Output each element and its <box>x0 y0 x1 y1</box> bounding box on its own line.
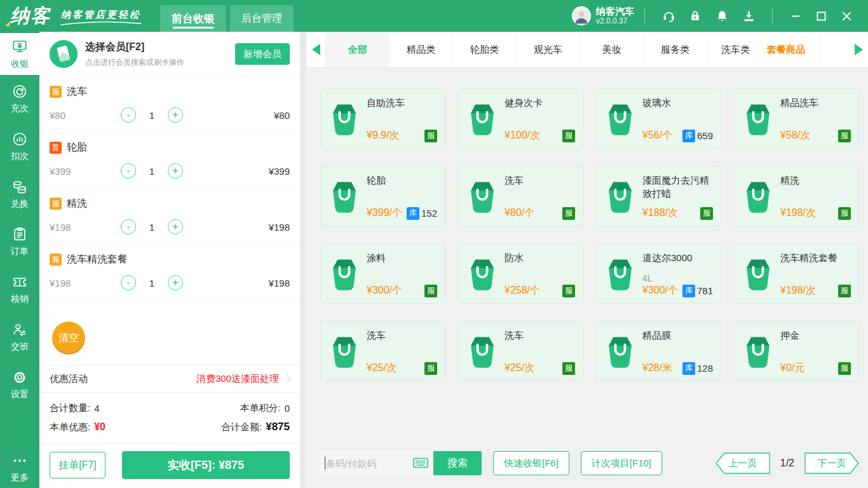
category-tab-美妆[interactable]: 美妆 <box>580 32 643 67</box>
shopping-bag-icon <box>604 102 636 136</box>
pay-row: 挂单[F7] 实收[F5]: ¥875 <box>39 443 300 488</box>
topbar-tab[interactable]: 后台管理 <box>230 5 294 32</box>
hold-order-button[interactable]: 挂单[F7] <box>50 452 105 478</box>
product-card[interactable]: 轮胎 ¥399/个 库 152 <box>320 166 445 226</box>
add-member-button[interactable]: 新增会员 <box>235 43 290 65</box>
maximize-button[interactable] <box>808 0 834 32</box>
divider <box>772 8 773 24</box>
search-button[interactable]: 搜索 <box>433 451 482 475</box>
member-title: 选择会员[F2] <box>85 41 184 54</box>
product-badges: 服 <box>424 285 437 297</box>
product-bottom: ¥300/个 库 781 <box>642 284 713 297</box>
barcode-input[interactable] <box>320 458 412 469</box>
category-tab-洗车类[interactable]: 洗车类 <box>707 32 752 67</box>
category-scroll-left-button[interactable] <box>306 32 325 67</box>
product-card[interactable]: 健身次卡 ¥100/次 服 <box>458 88 583 149</box>
product-card[interactable]: 涂料 ¥300/个 服 <box>320 243 445 304</box>
topbar-tab-label: 前台收银 <box>172 11 215 26</box>
category-tab-观光车[interactable]: 观光车 <box>516 32 580 67</box>
product-card[interactable]: 精洗 ¥198/次 服 <box>734 166 859 226</box>
amount-value: ¥875 <box>266 421 290 433</box>
product-bottom: ¥28/米 库 128 <box>642 362 713 375</box>
quick-cashier-button[interactable]: 快速收银[F6] <box>493 451 569 475</box>
close-button[interactable] <box>834 0 859 32</box>
sidebar-item-订单[interactable]: 订单 <box>0 218 39 266</box>
product-badges: 服 <box>838 130 851 142</box>
quantity-increase-button[interactable]: + <box>168 107 183 123</box>
product-card[interactable]: 玻璃水 ¥56/个 库 659 <box>596 88 721 149</box>
quantity-increase-button[interactable]: + <box>168 275 183 290</box>
product-card[interactable]: 精品膜 ¥28/米 库 128 <box>596 321 721 381</box>
product-body: 健身次卡 ¥100/次 服 <box>505 95 575 142</box>
next-page-button[interactable]: 下一页 <box>804 452 859 474</box>
product-body: 精品洗车 ¥58/次 服 <box>780 95 851 142</box>
recharge-times-icon <box>11 83 28 100</box>
product-card[interactable]: 押金 ¥0/元 服 <box>734 321 859 381</box>
item-line-total: ¥198 <box>269 278 290 288</box>
points-value: 0 <box>285 403 290 414</box>
sidebar-item-交班[interactable]: 交班 <box>0 313 39 361</box>
quantity-decrease-button[interactable]: - <box>121 219 136 234</box>
triangle-left-icon <box>312 44 320 55</box>
sidebar-item-设置[interactable]: 设置 <box>0 361 39 409</box>
checkout-button[interactable]: 实收[F5]: ¥875 <box>122 451 290 479</box>
text-caret <box>325 457 325 470</box>
count-item-button[interactable]: 计次项目[F10] <box>581 451 662 475</box>
product-card[interactable]: 洗车 ¥80/个 服 <box>458 166 583 226</box>
item-quantity: 1 <box>136 278 168 288</box>
product-card[interactable]: 道达尔3000 4L ¥300/个 库 781 <box>596 243 721 304</box>
download-icon[interactable] <box>735 10 762 23</box>
amount-label: 合计金额: <box>221 421 262 433</box>
product-card[interactable]: 漆面魔力去污精致打蜡 ¥188/次 服 <box>596 166 721 226</box>
product-card[interactable]: 洗车 ¥25/次 服 <box>320 321 445 381</box>
category-tab-全部[interactable]: 全部 <box>325 32 389 67</box>
lock-icon[interactable] <box>682 10 709 23</box>
product-name: 轮胎 <box>367 173 437 187</box>
category-tab-精品类[interactable]: 精品类 <box>389 32 452 67</box>
quantity-decrease-button[interactable]: - <box>121 163 136 179</box>
product-card[interactable]: 洗车精洗套餐 ¥198/次 服 <box>734 243 859 304</box>
product-card[interactable]: 洗车 ¥25/次 服 <box>458 321 583 381</box>
sidebar-item-更多[interactable]: 更多 <box>0 447 39 488</box>
category-tab-服务类[interactable]: 服务类 <box>643 32 707 67</box>
sidebar-item-扣次[interactable]: 扣次 <box>0 123 39 170</box>
quantity-increase-button[interactable]: + <box>168 163 183 179</box>
quantity-increase-button[interactable]: + <box>168 219 183 234</box>
minimize-button[interactable] <box>783 0 808 32</box>
product-card[interactable]: 防水 ¥258/个 服 <box>458 243 583 304</box>
product-body: 轮胎 ¥399/个 库 152 <box>367 172 437 220</box>
sidebar-item-充次[interactable]: 充次 <box>0 75 39 123</box>
member-select[interactable]: 选择会员[F2] 点击进行会员搜索或刷卡操作 新增会员 <box>39 32 300 77</box>
product-spec: 4L <box>642 273 713 283</box>
sidebar-item-核销[interactable]: 核销 <box>0 266 39 313</box>
barcode-input-wrap <box>320 451 433 475</box>
sidebar-item-兑换[interactable]: 兑换 <box>0 170 39 218</box>
cart-item: 服 精洗 ¥198 - 1 + ¥198 <box>39 189 300 245</box>
category-tab-套餐商品[interactable]: 套餐商品 <box>752 32 820 67</box>
product-bottom: ¥100/次 服 <box>505 129 575 142</box>
discount-value: ¥0 <box>94 421 105 433</box>
member-subtitle: 点击进行会员搜索或刷卡操作 <box>85 57 184 68</box>
product-card[interactable]: 精品洗车 ¥58/次 服 <box>734 88 859 149</box>
category-scroll-right-button[interactable] <box>849 32 868 67</box>
prev-page-button[interactable]: 上一页 <box>715 452 770 474</box>
bell-icon[interactable] <box>709 10 735 23</box>
item-line-total: ¥80 <box>274 110 290 121</box>
avatar[interactable] <box>572 6 591 25</box>
quantity-decrease-button[interactable]: - <box>121 275 136 290</box>
shopping-bag-icon <box>466 102 498 136</box>
page-indicator: 1/2 <box>780 458 794 469</box>
product-card[interactable]: 自助洗车 ¥9.9/次 服 <box>320 88 445 149</box>
item-name: 洗车 <box>67 85 87 98</box>
customer-service-icon[interactable] <box>655 10 682 23</box>
promotion-row[interactable]: 优惠活动 消费300送漆面处理 <box>39 365 300 393</box>
clear-cart-button[interactable]: 清空 <box>52 322 85 355</box>
cart-item-controls: ¥399 - 1 + ¥399 <box>50 163 290 179</box>
sidebar-item-收银[interactable]: 收银 <box>0 33 39 75</box>
topbar-tab[interactable]: 前台收银 <box>160 5 226 32</box>
product-bottom: ¥80/个 服 <box>505 207 575 220</box>
category-tab-轮胎类[interactable]: 轮胎类 <box>452 32 516 67</box>
item-unit-price: ¥198 <box>50 222 121 233</box>
keyboard-icon[interactable] <box>413 458 428 469</box>
quantity-decrease-button[interactable]: - <box>121 107 136 123</box>
